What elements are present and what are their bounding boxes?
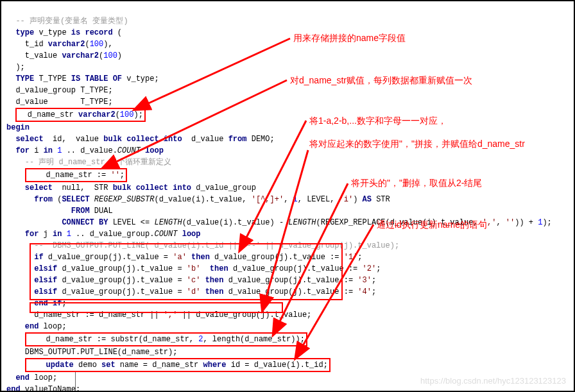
- annotation-4: 将对应起来的数字使用"，"拼接，并赋值给d_name_str: [309, 137, 540, 151]
- code-line: for j in 1 .. d_value_group.COUNT loop: [6, 230, 201, 239]
- red-box-if-block: [30, 243, 343, 300]
- code-line: );: [6, 63, 25, 72]
- code-line: begin: [6, 123, 30, 132]
- code-line: select null, STR bulk collect into d_val…: [6, 183, 256, 192]
- code-line: from (SELECT REGEXP_SUBSTR(d_value(i).t_…: [6, 195, 390, 204]
- code-line: end loop;: [6, 322, 67, 331]
- code-line-boxed: d_name_str := '';: [6, 171, 127, 180]
- vertical-rule: [75, 372, 76, 392]
- red-box-concat: [30, 302, 283, 313]
- code-line: d_value_group T_TYPE;: [6, 86, 113, 95]
- annotation-3: 将1-a,2-b,...数字和字母一一对应，: [309, 115, 447, 127]
- code-line: type v_type is record (: [6, 28, 122, 37]
- code-line: FROM DUAL: [6, 207, 113, 216]
- code-line: t_value varchar2(100): [6, 51, 122, 60]
- annotation-2: 对d_name_str赋值，每列数据都重新赋值一次: [290, 75, 472, 87]
- code-line: TYPE T_TYPE IS TABLE OF v_type;: [6, 74, 159, 83]
- code-line: end loop;: [6, 373, 57, 382]
- code-line: end valueToName;: [6, 385, 80, 392]
- annotation-6: 通过id执行更新name的语句: [377, 219, 487, 231]
- watermark: https://blog.csdn.net/hyc123123123123: [420, 376, 566, 386]
- code-line-boxed: update demo set name = d_name_str where …: [6, 361, 330, 370]
- code-comment: -- 声明 d_name_str 每个循环重新定义: [6, 158, 171, 167]
- code-line: d_value T_TYPE;: [6, 98, 113, 107]
- code-line: t_id varchar2(100),: [6, 40, 113, 49]
- code-line: select id, value bulk collect into d_val…: [6, 135, 275, 144]
- code-line-boxed: d_name_str := substr(d_name_str, 2, leng…: [6, 335, 307, 344]
- code-line: DBMS_OUTPUT.PUT_LINE(d_name_str);: [6, 348, 177, 357]
- code-block: -- 声明变量(变量名 变量类型) type v_type is record …: [1, 1, 574, 392]
- annotation-1: 用来存储拼接的name字段值: [293, 33, 406, 44]
- annotation-5: 将开头的"，"删掉，取值从2-结尾: [351, 178, 482, 189]
- code-line: -- 声明变量(变量名 变量类型): [6, 17, 128, 26]
- code-line-boxed: d_name_str varchar2(100);: [6, 110, 146, 119]
- code-line: for i in 1 .. d_value.COUNT loop: [6, 146, 164, 155]
